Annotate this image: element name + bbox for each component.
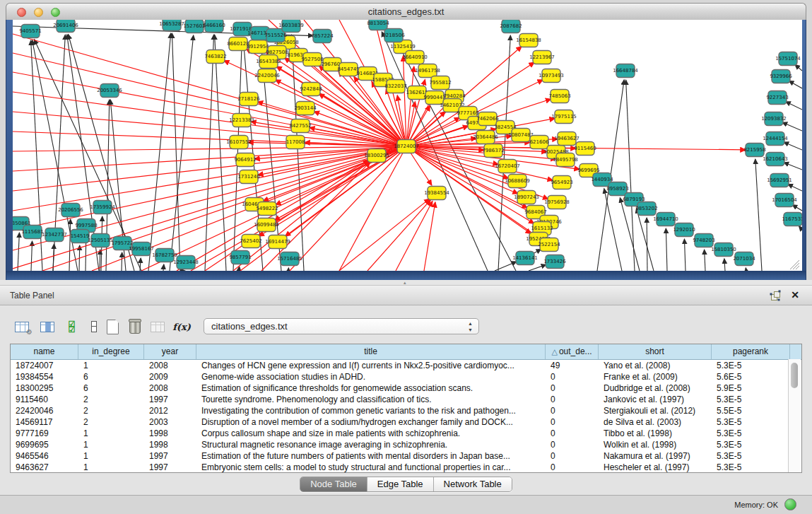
graph-node-8427552[interactable]: 8427552 (289, 119, 311, 133)
graph-node-12505135[interactable]: 12505135 (88, 234, 113, 247)
graph-node-10688609[interactable]: 10688609 (505, 175, 530, 188)
graph-node-9329966[interactable]: 9329966 (770, 70, 792, 83)
graph-node-621606[interactable]: 621606 (530, 136, 549, 149)
graph-node-7857224[interactable]: 7857224 (311, 30, 334, 43)
graph-node-12923448[interactable]: 12923448 (173, 256, 199, 269)
graph-node-15716485[interactable]: 15716485 (277, 252, 302, 266)
tab-network-table[interactable]: Network Table (434, 477, 512, 491)
graph-node-16107552[interactable]: 16107552 (226, 136, 252, 149)
graph-node-18724007[interactable]: 18724007 (394, 140, 419, 153)
table-source-dropdown[interactable]: citations_edges.txt ▲▼ (204, 318, 479, 334)
graph-node-7625402[interactable]: 7625402 (240, 235, 261, 248)
graph-node-14136141[interactable]: 14136141 (512, 252, 538, 265)
graph-node-117008[interactable]: 117008 (286, 136, 305, 149)
graph-node-1733426[interactable]: 1733426 (543, 255, 566, 269)
graph-node-10653287[interactable]: 10653287 (159, 20, 184, 31)
graph-node-16648784[interactable]: 16648784 (613, 64, 638, 78)
graph-node-9227343[interactable]: 9227343 (766, 91, 788, 105)
graph-node-1115681[interactable]: 1115681 (21, 226, 43, 239)
graph-node-1731240[interactable]: 1731240 (237, 170, 259, 184)
graph-node-9064912[interactable]: 9064912 (234, 153, 256, 167)
table-type-segmented-control[interactable]: Node TableEdge TableNetwork Table (300, 477, 512, 492)
graph-node-2903144[interactable]: 2903144 (294, 102, 317, 115)
graph-node-1527602[interactable]: 1527602 (183, 20, 205, 33)
graph-node-9853202[interactable]: 9853202 (635, 202, 657, 216)
graph-node-9527508[interactable]: 9527508 (301, 53, 323, 66)
graph-node-12213967[interactable]: 12213967 (529, 51, 555, 64)
graph-node-2718126[interactable]: 2718126 (237, 93, 260, 106)
column-header-pagerank[interactable]: pagerank (712, 344, 790, 359)
graph-node-5498222[interactable]: 5498222 (256, 202, 278, 216)
memory-status-indicator[interactable] (784, 498, 796, 510)
close-panel-icon[interactable]: ✕ (791, 289, 799, 300)
graph-node-17359924[interactable]: 17359924 (90, 201, 115, 214)
tab-node-table[interactable]: Node Table (300, 477, 367, 491)
graph-node-17975115[interactable]: 17975115 (551, 110, 577, 124)
citation-network-graph[interactable]: 1872400718300295193845547463822866012889… (13, 20, 802, 271)
graph-node-9218506[interactable]: 9218506 (382, 29, 405, 42)
graph-node-2071034[interactable]: 2071034 (733, 252, 755, 266)
network-window-titlebar[interactable]: citations_edges.txt (6, 3, 806, 20)
graph-node-16944710[interactable]: 16944710 (653, 213, 678, 226)
table-vertical-scrollbar[interactable] (788, 359, 801, 472)
graph-node-15751074[interactable]: 15751074 (775, 52, 801, 66)
select-attributes-button[interactable]: ☑☑ (62, 317, 81, 336)
delete-column-button[interactable] (126, 317, 144, 336)
graph-node-16154838[interactable]: 16154838 (516, 34, 541, 47)
table-row[interactable]: 1456911722003Disruption of a novel membe… (11, 416, 801, 428)
graph-node-7986372[interactable]: 7986372 (482, 144, 504, 158)
graph-node-7955812[interactable]: 7955812 (429, 76, 451, 90)
graph-node-2522154[interactable]: 2522154 (538, 238, 560, 252)
table-row[interactable]: 969969511998Structural magnetic resonanc… (11, 439, 801, 450)
table-row[interactable]: 2242004622012Investigating the contribut… (11, 405, 801, 416)
column-header-year[interactable]: year (144, 344, 196, 359)
graph-node-20691406[interactable]: 20691406 (53, 20, 78, 33)
graph-node-1292010[interactable]: 1292010 (673, 223, 695, 237)
graph-node-15692951[interactable]: 15692951 (767, 174, 792, 187)
graph-node-10973493[interactable]: 10973493 (539, 69, 564, 83)
graph-node-8660128[interactable]: 8660128 (227, 37, 249, 51)
graph-node-16543382[interactable]: 16543382 (256, 55, 281, 69)
graph-node-12213383[interactable]: 12213383 (229, 114, 254, 127)
graph-node-12444154[interactable]: 12444154 (763, 132, 788, 146)
scrollbar-thumb[interactable] (791, 363, 798, 388)
graph-node-9654923[interactable]: 9654923 (551, 176, 572, 189)
graph-node-154519[interactable]: 154519 (71, 230, 90, 243)
graph-node-19756928[interactable]: 19756928 (544, 196, 570, 209)
float-window-icon[interactable] (770, 290, 781, 301)
divider-grip-icon[interactable]: ▴ (404, 281, 406, 285)
graph-node-14961758[interactable]: 14961758 (415, 64, 440, 78)
graph-node-16210643[interactable]: 16210643 (763, 153, 788, 166)
tab-edge-table[interactable]: Edge Table (367, 477, 434, 491)
table-row[interactable]: 946554611997Estimation of the future num… (11, 450, 801, 462)
table-row[interactable]: 1872400712008Changes of HCN gene express… (11, 360, 801, 371)
graph-node-9242848[interactable]: 9242848 (300, 83, 322, 96)
table-settings-button[interactable]: ⚙ (13, 317, 31, 336)
graph-node-20206556[interactable]: 20206556 (58, 204, 83, 217)
graph-node-9115460[interactable]: 9115460 (574, 142, 596, 156)
column-header-in_degree[interactable]: in_degree (78, 344, 144, 359)
graph-node-15810350[interactable]: 15810350 (711, 243, 736, 257)
graph-node-6466160[interactable]: 6466160 (203, 20, 225, 33)
graph-node-17016504[interactable]: 17016504 (772, 194, 797, 207)
column-header-title[interactable]: title (196, 344, 546, 359)
graph-node-9748203[interactable]: 9748203 (693, 234, 714, 247)
canvas-resize-grip[interactable] (790, 260, 799, 269)
graph-node-16033839[interactable]: 16033839 (278, 20, 304, 33)
graph-node-8215958[interactable]: 8215958 (743, 144, 765, 157)
function-builder-button[interactable]: f(x) (172, 317, 191, 336)
graph-node-7463822[interactable]: 7463822 (204, 50, 226, 64)
table-header-row[interactable]: namein_degreeyeartitle△out_de...shortpag… (11, 344, 801, 360)
graph-node-16914479[interactable]: 16914479 (265, 235, 290, 249)
new-column-button[interactable] (103, 317, 122, 336)
graph-node-8322037[interactable]: 8322037 (384, 80, 406, 93)
graph-node-22420046[interactable]: 22420046 (254, 69, 280, 83)
column-header-short[interactable]: short (599, 344, 712, 359)
graph-node-12093832[interactable]: 12093832 (761, 112, 787, 126)
graph-node-18300295[interactable]: 18300295 (364, 149, 389, 163)
column-header-out_de[interactable]: △out_de... (546, 344, 599, 359)
graph-node-9405571[interactable]: 9405571 (19, 25, 41, 38)
graph-node-19463627[interactable]: 19463627 (554, 132, 579, 146)
graph-node-12342737[interactable]: 12342737 (42, 228, 67, 242)
graph-node-18495798[interactable]: 18495798 (553, 153, 578, 167)
